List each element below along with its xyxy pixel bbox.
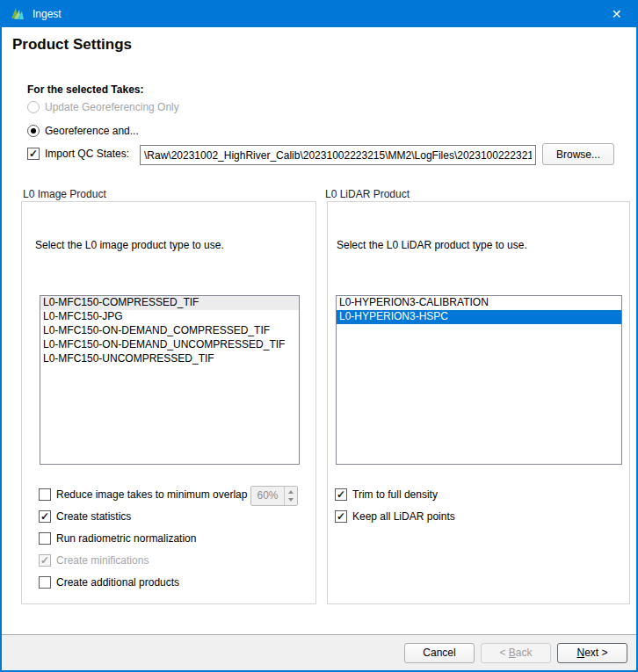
qc-file-path-input[interactable] bbox=[140, 145, 536, 165]
spinner-arrows bbox=[284, 487, 297, 505]
list-item[interactable]: L0-HYPERION3-HSPC bbox=[337, 310, 621, 324]
checkbox-label: Create minifications bbox=[56, 554, 149, 567]
list-item[interactable]: L0-MFC150-JPG bbox=[40, 310, 299, 324]
create-minifications-checkbox: ✓ Create minifications bbox=[39, 554, 149, 567]
app-logo-icon bbox=[10, 6, 25, 22]
lidar-product-groupbox: Select the L0 LiDAR product type to use.… bbox=[327, 201, 630, 604]
spinner-down-icon[interactable] bbox=[285, 496, 297, 506]
list-item[interactable]: L0-MFC150-ON-DEMAND_UNCOMPRESSED_TIF bbox=[40, 338, 299, 352]
checkbox-label: Run radiometric normalization bbox=[56, 532, 196, 545]
browse-button[interactable]: Browse... bbox=[542, 143, 614, 165]
ingest-dialog: Ingest ✕ Product Settings For the select… bbox=[0, 0, 638, 672]
page-title: Product Settings bbox=[12, 36, 132, 54]
image-product-listbox[interactable]: L0-MFC150-COMPRESSED_TIF L0-MFC150-JPG L… bbox=[40, 295, 300, 465]
import-qc-states-label: Import QC States: bbox=[45, 148, 129, 160]
lidar-product-instruction: Select the L0 LiDAR product type to use. bbox=[337, 239, 527, 251]
window-title: Ingest bbox=[33, 8, 62, 20]
run-radiometric-normalization-checkbox[interactable]: ✓ Run radiometric normalization bbox=[39, 532, 196, 545]
dialog-content: Product Settings For the selected Takes:… bbox=[2, 27, 636, 634]
back-button: < Back bbox=[481, 643, 551, 663]
checkbox-label: Create statistics bbox=[56, 510, 131, 523]
radio-label: Update Georeferencing Only bbox=[45, 101, 179, 113]
import-qc-states-checkbox[interactable]: ✓ Import QC States: bbox=[27, 148, 129, 160]
spinner-up-icon[interactable] bbox=[285, 487, 297, 496]
radio-label: Georeference and... bbox=[45, 125, 139, 137]
button-bar: Cancel < Back Next > bbox=[2, 634, 636, 670]
overlap-percent-spinner[interactable]: 60% bbox=[250, 486, 298, 506]
checkbox-label: Trim to full density bbox=[352, 488, 438, 501]
lidar-product-group-label: L0 LiDAR Product bbox=[325, 188, 410, 200]
create-additional-products-checkbox[interactable]: ✓ Create additional products bbox=[39, 576, 179, 589]
close-icon[interactable]: ✕ bbox=[597, 0, 636, 27]
checkbox-icon: ✓ bbox=[335, 488, 347, 501]
cancel-button[interactable]: Cancel bbox=[404, 643, 475, 663]
checkbox-icon: ✓ bbox=[39, 532, 51, 545]
checkbox-label: Reduce image takes to minimum overlap of… bbox=[56, 488, 262, 501]
overlap-percent-value: 60% bbox=[251, 487, 284, 505]
reduce-overlap-checkbox[interactable]: ✓ Reduce image takes to minimum overlap … bbox=[39, 488, 262, 501]
checkbox-icon: ✓ bbox=[39, 510, 51, 523]
image-product-instruction: Select the L0 image product type to use. bbox=[35, 239, 224, 251]
next-button[interactable]: Next > bbox=[557, 643, 627, 663]
checkbox-label: Keep all LiDAR points bbox=[352, 510, 455, 523]
checkbox-icon: ✓ bbox=[39, 576, 51, 589]
image-product-group-label: L0 Image Product bbox=[23, 188, 106, 200]
list-item[interactable]: L0-MFC150-UNCOMPRESSED_TIF bbox=[40, 352, 299, 366]
create-statistics-checkbox[interactable]: ✓ Create statistics bbox=[39, 510, 131, 523]
keep-all-lidar-points-checkbox[interactable]: ✓ Keep all LiDAR points bbox=[335, 510, 455, 523]
radio-circle-icon bbox=[27, 101, 40, 113]
radio-georeference-and[interactable]: Georeference and... bbox=[27, 125, 139, 137]
list-item[interactable]: L0-MFC150-ON-DEMAND_COMPRESSED_TIF bbox=[40, 324, 299, 338]
checkbox-icon: ✓ bbox=[335, 510, 347, 523]
radio-circle-icon bbox=[27, 125, 40, 137]
radio-update-georeferencing-only[interactable]: Update Georeferencing Only bbox=[27, 101, 179, 113]
lidar-product-listbox[interactable]: L0-HYPERION3-CALIBRATION L0-HYPERION3-HS… bbox=[336, 295, 622, 465]
title-bar: Ingest ✕ bbox=[2, 0, 636, 27]
trim-to-full-density-checkbox[interactable]: ✓ Trim to full density bbox=[335, 488, 438, 501]
checkbox-icon: ✓ bbox=[39, 488, 51, 501]
checkbox-icon: ✓ bbox=[27, 148, 40, 160]
list-item[interactable]: L0-MFC150-COMPRESSED_TIF bbox=[40, 296, 299, 310]
checkbox-label: Create additional products bbox=[56, 576, 179, 589]
list-item[interactable]: L0-HYPERION3-CALIBRATION bbox=[337, 296, 621, 310]
checkbox-icon: ✓ bbox=[39, 554, 51, 567]
takes-section-label: For the selected Takes: bbox=[27, 83, 144, 96]
